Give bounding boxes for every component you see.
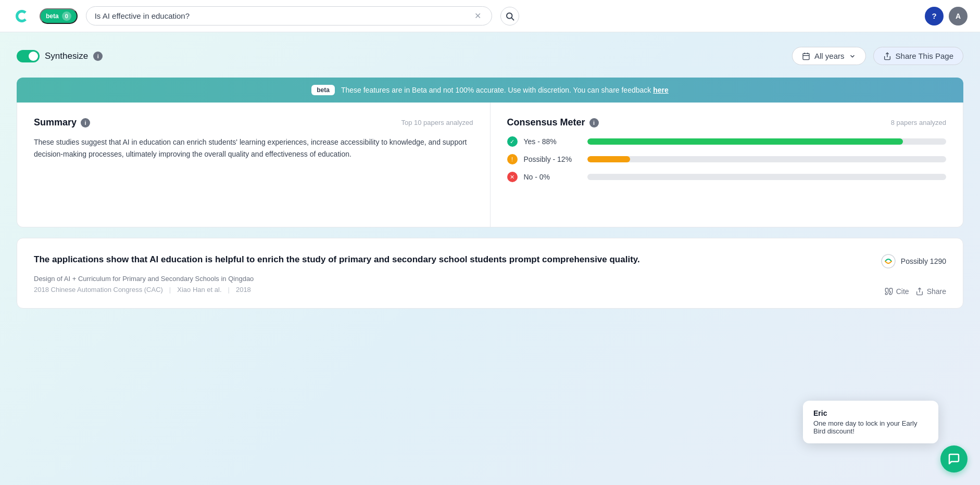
share-icon	[883, 52, 891, 60]
separator-2: |	[228, 286, 230, 293]
yes-bar-track	[587, 138, 947, 145]
summary-text: These studies suggest that AI in educati…	[34, 136, 473, 160]
beta-tag: beta	[311, 85, 335, 95]
logo	[12, 7, 31, 25]
svg-rect-2	[803, 53, 809, 59]
possibly-count-tag: Possibly 1290	[880, 253, 946, 270]
notification-text: One more day to lock in your Early Bird …	[813, 419, 928, 435]
summary-section: Summary i Top 10 papers analyzed These s…	[17, 103, 491, 227]
header-actions: ? A	[925, 7, 968, 25]
yes-label: Yes - 88%	[524, 137, 581, 146]
synthesize-toggle[interactable]	[17, 50, 40, 62]
controls-right: All years Share This Page	[792, 47, 963, 65]
beta-banner: beta These features are in Beta and not …	[17, 78, 963, 103]
share-article-button[interactable]: Share	[915, 287, 946, 296]
article-meta: 2018 Chinese Automation Congress (CAC) |…	[34, 286, 946, 293]
consensus-title: Consensus Meter i	[507, 117, 599, 128]
share-article-label: Share	[927, 287, 946, 296]
consensus-section: Consensus Meter i 8 papers analyzed ✓ Ye…	[491, 103, 963, 227]
no-dot: ✕	[507, 172, 518, 182]
cite-button[interactable]: Cite	[885, 287, 909, 296]
possibly-label: Possibly - 12%	[524, 155, 581, 163]
share-page-label: Share This Page	[896, 52, 953, 60]
toggle-knob	[29, 52, 38, 61]
summary-meta: Top 10 papers analyzed	[401, 119, 473, 126]
svg-line-1	[511, 18, 513, 20]
beta-badge[interactable]: beta 0	[40, 8, 78, 24]
summary-info-icon[interactable]: i	[81, 118, 90, 127]
synthesize-label: Synthesize	[45, 51, 88, 61]
yes-bar-fill	[587, 138, 903, 145]
beta-count: 0	[62, 11, 71, 21]
article-card: The applications show that AI education …	[17, 238, 963, 309]
synthesize-control: Synthesize i	[17, 50, 103, 62]
all-years-button[interactable]: All years	[792, 47, 866, 65]
chat-icon	[948, 453, 960, 465]
possibly-count-label: Possibly 1290	[901, 257, 946, 265]
all-years-label: All years	[814, 52, 845, 60]
avatar-button[interactable]: A	[949, 7, 968, 25]
article-authors: Xiao Han et al.	[177, 286, 221, 293]
search-input[interactable]	[95, 11, 468, 20]
consensus-header: Consensus Meter i 8 papers analyzed	[507, 117, 947, 128]
search-button[interactable]	[500, 7, 519, 25]
main-content: Synthesize i All years	[0, 32, 980, 323]
consensus-row-no: ✕ No - 0%	[507, 172, 947, 182]
consensus-meta: 8 papers analyzed	[891, 119, 946, 126]
calendar-icon	[802, 52, 810, 60]
search-bar-container: ✕	[86, 6, 492, 25]
chat-button[interactable]	[940, 445, 968, 473]
consensus-row-possibly: ! Possibly - 12%	[507, 154, 947, 164]
article-quote: The applications show that AI education …	[34, 253, 764, 266]
possibly-bar-track	[587, 156, 947, 162]
chevron-down-icon	[849, 53, 856, 60]
yes-dot: ✓	[507, 136, 518, 147]
here-link[interactable]: here	[653, 86, 669, 94]
header: beta 0 ✕ ? A	[0, 0, 980, 32]
synth-article-icon	[880, 253, 897, 270]
article-actions: Cite Share	[885, 287, 946, 296]
consensus-info-icon[interactable]: i	[589, 118, 599, 127]
notification-name: Eric	[813, 409, 928, 417]
possibly-dot: !	[507, 154, 518, 164]
article-year: 2018	[236, 286, 251, 293]
no-label: No - 0%	[524, 173, 581, 181]
share-article-icon	[915, 287, 924, 296]
help-label: ?	[932, 11, 936, 20]
avatar-label: A	[956, 12, 961, 20]
notification-popup: Eric One more day to lock in your Early …	[803, 401, 938, 443]
synthesize-panel: beta These features are in Beta and not …	[17, 78, 963, 227]
beta-banner-text: These features are in Beta and not 100% …	[341, 86, 669, 94]
summary-title: Summary i	[34, 117, 90, 128]
summary-header: Summary i Top 10 papers analyzed	[34, 117, 473, 128]
synthesize-info-icon[interactable]: i	[93, 52, 103, 61]
card-container: Summary i Top 10 papers analyzed These s…	[17, 103, 963, 227]
share-page-button[interactable]: Share This Page	[873, 47, 963, 65]
svg-point-7	[882, 254, 895, 268]
cite-label: Cite	[896, 287, 909, 296]
possibly-bar-fill	[587, 156, 631, 162]
cite-icon	[885, 287, 893, 296]
consensus-row-yes: ✓ Yes - 88%	[507, 136, 947, 147]
help-button[interactable]: ?	[925, 7, 944, 25]
article-title: Design of AI + Curriculum for Primary an…	[34, 275, 946, 283]
article-journal: 2018 Chinese Automation Congress (CAC)	[34, 286, 163, 293]
separator-1: |	[169, 286, 171, 293]
search-clear-button[interactable]: ✕	[472, 11, 483, 21]
beta-label: beta	[46, 12, 59, 20]
no-bar-track	[587, 174, 947, 180]
controls-row: Synthesize i All years	[17, 47, 963, 65]
